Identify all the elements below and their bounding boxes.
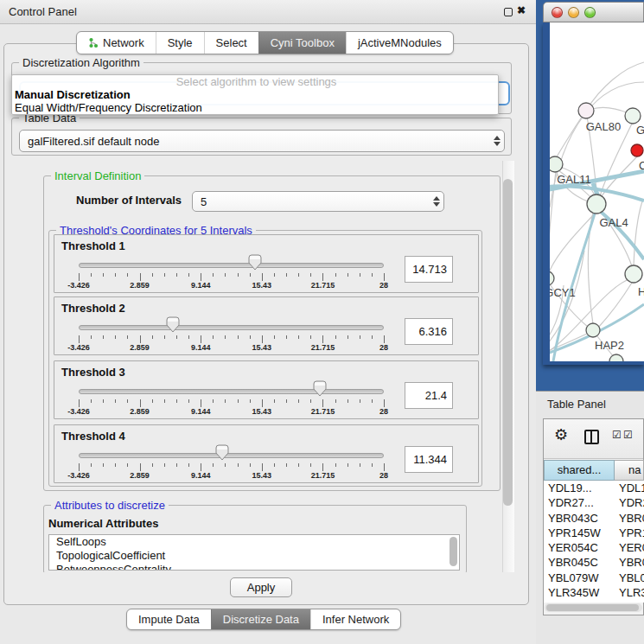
attribute-list-item[interactable]: TopologicalCoefficient bbox=[49, 549, 459, 563]
close-icon[interactable]: ✖ bbox=[517, 4, 526, 16]
table-row[interactable]: YER054CYER0 bbox=[544, 540, 644, 555]
threshold-value-field[interactable] bbox=[405, 318, 453, 345]
tick-mark bbox=[225, 463, 226, 467]
tick-mark bbox=[140, 273, 141, 281]
table-row[interactable]: YBR045CYBR0 bbox=[544, 555, 644, 570]
network-canvas[interactable]: GAL80GACGAL11GAL4GCY1HHAP2 bbox=[550, 22, 644, 361]
network-node-gal11[interactable] bbox=[550, 156, 563, 172]
apply-button[interactable]: Apply bbox=[230, 577, 292, 597]
tick-mark bbox=[140, 399, 141, 407]
network-edge[interactable] bbox=[592, 107, 628, 113]
table-hscrollbar-thumb[interactable] bbox=[546, 604, 639, 611]
traffic-light-close-icon[interactable] bbox=[552, 7, 563, 18]
num-intervals-value: 5 bbox=[193, 195, 430, 208]
tab-label: jActiveMNodules bbox=[358, 32, 442, 54]
network-window-titlebar[interactable] bbox=[543, 2, 644, 22]
tab-label: Infer Network bbox=[322, 609, 389, 629]
tab-style[interactable]: Style bbox=[156, 32, 204, 54]
table-row[interactable]: YDR27...YDR2 bbox=[544, 495, 644, 510]
num-intervals-combobox[interactable]: 5 bbox=[192, 191, 444, 212]
column-header-name[interactable]: na bbox=[615, 460, 644, 481]
scrollbar-thumb[interactable] bbox=[503, 179, 513, 506]
traffic-light-minimize-icon[interactable] bbox=[568, 7, 579, 18]
network-node-gal4[interactable] bbox=[587, 194, 606, 214]
table-rows: YDL19...YDL1YDR27...YDR2YBR043CYBR0YPR14… bbox=[544, 481, 644, 603]
tick-mark bbox=[322, 399, 323, 407]
threshold-value-field[interactable] bbox=[405, 382, 453, 409]
threshold-value-field[interactable] bbox=[405, 256, 453, 283]
network-node[interactable] bbox=[609, 354, 623, 361]
network-edge[interactable] bbox=[598, 283, 632, 328]
table-row[interactable]: YBR043CYBR0 bbox=[544, 511, 644, 526]
network-node-gal80[interactable] bbox=[578, 103, 594, 118]
split-view-icon[interactable] bbox=[584, 430, 599, 444]
threshold-slider-track[interactable] bbox=[79, 453, 384, 458]
table-data-combobox[interactable]: galFiltered.sif default node bbox=[19, 130, 505, 152]
tab-infer-network[interactable]: Infer Network bbox=[310, 609, 400, 629]
node-label: GCY1 bbox=[550, 286, 576, 299]
checkbox-icon[interactable]: ☑ bbox=[612, 429, 622, 441]
traffic-light-zoom-icon[interactable] bbox=[584, 7, 596, 18]
tab-network[interactable]: Network bbox=[77, 32, 156, 54]
tick-mark bbox=[322, 273, 323, 281]
network-node-ga[interactable] bbox=[625, 108, 641, 124]
tick-mark bbox=[286, 463, 287, 467]
tab-discretize-data[interactable]: Discretize Data bbox=[211, 609, 310, 629]
table-row[interactable]: YBL079WYBL0 bbox=[544, 571, 644, 585]
tick-mark bbox=[298, 273, 299, 277]
tick-mark bbox=[115, 273, 116, 277]
tick-mark bbox=[335, 399, 336, 403]
tab-impute-data[interactable]: Impute Data bbox=[127, 609, 211, 629]
tab-select[interactable]: Select bbox=[204, 32, 258, 54]
popup-option-manual-discretization[interactable]: Manual Discretization bbox=[12, 88, 498, 101]
tick-mark bbox=[127, 399, 128, 403]
popup-option-equal-width[interactable]: Equal Width/Frequency Discretization bbox=[12, 101, 498, 114]
tick-mark bbox=[103, 335, 104, 339]
tick-mark bbox=[335, 335, 336, 339]
tab-cyni-toolbox[interactable]: Cyni Toolbox bbox=[258, 32, 346, 54]
network-node-h[interactable] bbox=[625, 265, 642, 283]
column-header-shared-name[interactable]: shared... bbox=[544, 460, 615, 481]
threshold-slider-thumb[interactable] bbox=[248, 254, 262, 271]
threshold-value-field[interactable] bbox=[405, 446, 453, 473]
cell-name: YIL0 bbox=[615, 600, 644, 603]
network-node-hap2[interactable] bbox=[586, 323, 600, 337]
network-node-gcy1[interactable] bbox=[550, 271, 554, 285]
checkbox-icon[interactable]: ☑ bbox=[623, 429, 633, 441]
table-row[interactable]: YLR345WYLR3 bbox=[544, 585, 644, 600]
attribute-list-item[interactable]: BetweennessCentrality bbox=[49, 563, 459, 571]
tick-mark bbox=[310, 463, 311, 467]
panel-title: Control Panel bbox=[9, 5, 77, 18]
combo-stepper-icon[interactable] bbox=[430, 192, 443, 211]
threshold-label: Threshold 1 bbox=[61, 239, 125, 252]
combo-stepper-icon[interactable] bbox=[490, 131, 504, 151]
cell-name: YDL1 bbox=[615, 481, 644, 495]
network-node-c[interactable] bbox=[631, 144, 643, 156]
attribute-list-item[interactable]: SelfLoops bbox=[49, 535, 459, 549]
threshold-slider-thumb[interactable] bbox=[166, 316, 180, 333]
tab-jactivemnodules[interactable]: jActiveMNodules bbox=[346, 32, 453, 54]
tick-label: 2.859 bbox=[130, 343, 150, 352]
list-scrollbar-thumb[interactable] bbox=[450, 537, 457, 566]
threshold-slider-thumb[interactable] bbox=[215, 444, 229, 461]
float-window-icon[interactable] bbox=[504, 8, 513, 16]
node-label: GA bbox=[636, 124, 644, 137]
tick-mark bbox=[360, 335, 360, 339]
table-row[interactable]: YDL19...YDL1 bbox=[544, 481, 644, 495]
tick-mark bbox=[176, 399, 177, 403]
threshold-slider-track[interactable] bbox=[79, 389, 384, 394]
table-row[interactable]: YIL052CYIL0 bbox=[544, 600, 644, 603]
tab-label: Style bbox=[168, 32, 193, 54]
threshold-slider-track[interactable] bbox=[79, 325, 384, 330]
threshold-slider-thumb[interactable] bbox=[313, 380, 327, 397]
tick-mark bbox=[372, 399, 373, 403]
table-row[interactable]: YPR145WYPR1 bbox=[544, 526, 644, 540]
popup-placeholder-option[interactable]: Select algorithm to view settings bbox=[12, 75, 498, 88]
numerical-attributes-list[interactable]: SelfLoopsTopologicalCoefficientBetweenne… bbox=[48, 534, 460, 571]
gear-icon[interactable]: ⚙ bbox=[554, 425, 568, 444]
tick-mark bbox=[91, 463, 92, 467]
threshold-slider-track[interactable] bbox=[79, 263, 384, 268]
tick-mark bbox=[298, 463, 299, 467]
tick-label: 2.859 bbox=[130, 281, 150, 290]
tick-mark bbox=[360, 273, 360, 277]
